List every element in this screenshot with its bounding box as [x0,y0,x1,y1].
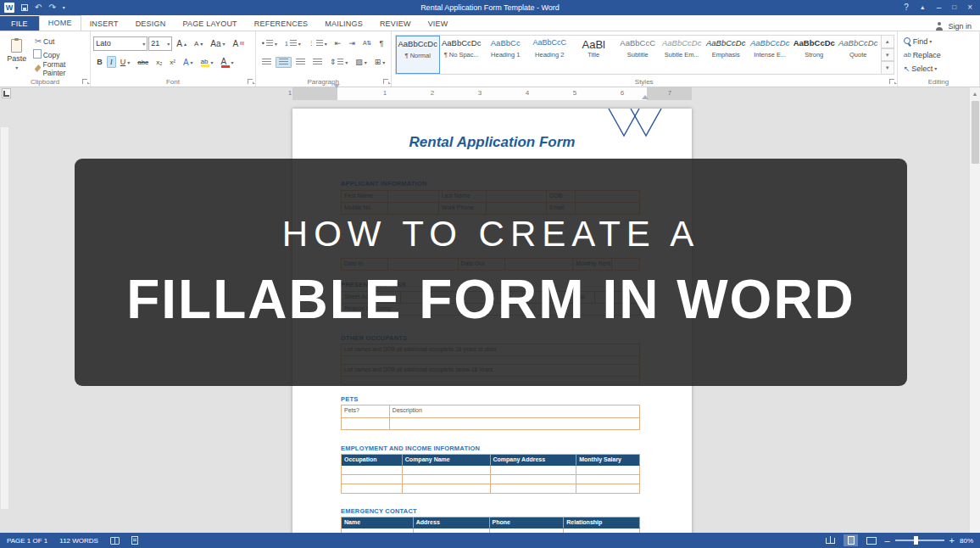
close-icon[interactable]: × [967,3,972,12]
styles-more-icon[interactable]: ▼ [882,61,894,75]
italic-button[interactable]: I [107,56,116,68]
bold-button[interactable]: B [93,56,106,68]
undo-icon[interactable]: ↶ [35,3,42,12]
zoom-in-icon[interactable]: + [949,536,955,545]
increase-indent-button[interactable]: ⇥ [345,37,359,49]
print-layout-button[interactable] [844,534,858,546]
maximize-icon[interactable]: □ [952,3,956,12]
replace-button[interactable]: ab Replace [900,48,977,61]
help-icon[interactable]: ? [904,3,909,12]
underline-button[interactable]: U▾ [117,56,134,68]
style-normal[interactable]: AaBbCcDc ¶ Normal [396,36,440,74]
tab-insert[interactable]: INSERT [81,16,127,31]
decrease-indent-button[interactable]: ⇤ [331,37,345,49]
vertical-scrollbar[interactable]: ▲ [969,87,980,533]
borders-button[interactable]: ⊞▾ [371,56,389,68]
style-strong[interactable]: AaBbCcDc Strong [793,36,837,74]
grow-font-button[interactable]: A▴ [173,37,190,50]
copy-button[interactable]: Copy [31,49,88,61]
change-case-button[interactable]: Aa▾ [207,37,228,50]
style-heading1[interactable]: AaBbCc Heading 1 [484,36,528,74]
style-heading2[interactable]: AaBbCcC Heading 2 [528,36,572,74]
scrollbar-thumb[interactable] [972,101,979,164]
styles-scroll-up-icon[interactable]: ▲ [882,35,894,48]
tab-references[interactable]: REFERENCES [246,16,317,31]
scroll-up-icon[interactable]: ▲ [970,87,980,99]
find-button[interactable]: Find ▾ [900,35,977,48]
field-value-cell[interactable] [576,484,640,494]
employment-table[interactable]: Occupation Company Name Company Address … [341,454,640,494]
field-value-cell[interactable] [390,418,640,430]
show-paragraph-marks-button[interactable]: ¶ [376,37,387,49]
style-intense-emphasis[interactable]: AaBbCcDc Intense E... [749,36,793,74]
format-painter-button[interactable]: Format Painter [31,63,88,75]
cut-button[interactable]: ✂ Cut [31,36,88,48]
emergency-table[interactable]: Name Address Phone Relationship [341,517,640,533]
read-mode-button[interactable] [823,534,838,546]
tab-home[interactable]: HOME [39,15,81,31]
word-count[interactable]: 112 WORDS [59,537,98,545]
web-layout-button[interactable] [864,534,878,546]
tab-review[interactable]: REVIEW [371,16,420,31]
select-button[interactable]: ↖ Select ▾ [900,62,977,75]
numbering-button[interactable]: 1▾ [281,38,304,49]
align-left-button[interactable] [259,57,275,68]
tab-file[interactable]: FILE [0,16,39,31]
style-title[interactable]: AaBl Title [572,36,616,74]
font-size-combobox[interactable]: 21 ▾ [148,36,172,51]
text-effects-button[interactable]: A▾ [180,56,197,69]
ribbon-display-options-icon[interactable]: ▲ [920,3,926,12]
shading-button[interactable]: ▨▾ [352,56,370,68]
multilevel-list-button[interactable]: ⋮▾ [305,38,331,49]
style-quote[interactable]: AaBbCcDc Quote [837,36,881,74]
line-spacing-button[interactable]: ⇕▾ [326,56,352,68]
subscript-button[interactable]: x₂ [153,57,165,68]
field-value-cell[interactable] [491,475,577,484]
tab-view[interactable]: VIEW [420,16,457,31]
style-subtitle[interactable]: AaBbCcC Subtitle [616,36,660,74]
bullets-button[interactable]: •▾ [259,37,281,49]
proofing-errors-icon[interactable] [110,537,120,545]
tab-page-layout[interactable]: PAGE LAYOUT [174,16,245,31]
page-info[interactable]: PAGE 1 OF 1 [7,537,47,545]
tab-design[interactable]: DESIGN [127,16,175,31]
field-value-cell[interactable] [576,466,640,475]
field-value-cell[interactable] [491,484,577,494]
tab-selector[interactable] [2,88,11,98]
align-center-button[interactable] [276,57,292,68]
zoom-slider[interactable] [895,540,944,541]
align-right-button[interactable] [292,57,309,68]
paste-button[interactable]: Paste ▾ [3,34,31,75]
font-color-button[interactable]: A▾ [218,55,237,70]
horizontal-ruler[interactable]: 1 1 2 3 4 5 6 7 [0,87,980,100]
field-value-cell[interactable] [576,475,640,484]
style-emphasis[interactable]: AaBbCcDc Emphasis [704,36,749,74]
zoom-out-icon[interactable]: – [884,536,889,545]
field-value-cell[interactable] [342,466,403,475]
tab-mailings[interactable]: MAILINGS [316,16,371,31]
field-value-cell[interactable] [403,484,491,494]
field-value-cell[interactable] [403,466,491,475]
word-logo-icon[interactable]: W [4,3,14,13]
field-value-cell[interactable] [491,466,577,475]
document-status-icon[interactable] [131,536,138,545]
sort-button[interactable]: A⇅ [359,38,376,48]
sign-in-button[interactable]: Sign in [935,22,980,31]
clear-formatting-button[interactable]: A [230,37,248,50]
redo-icon[interactable]: ↷ [48,3,55,12]
style-subtle-emphasis[interactable]: AaBbCcDc Subtle Em... [660,36,704,74]
zoom-level[interactable]: 80% [960,537,973,545]
save-icon[interactable] [21,4,28,11]
field-value-cell[interactable] [342,418,390,430]
field-value-cell[interactable] [342,475,403,484]
shrink-font-button[interactable]: A▾ [191,38,206,49]
field-value-cell[interactable] [342,484,403,494]
superscript-button[interactable]: x² [166,57,179,68]
field-value-cell[interactable] [403,475,491,484]
qat-customize-icon[interactable]: ▾ [63,3,65,12]
style-no-spacing[interactable]: AaBbCcDc ¶ No Spac... [440,36,484,74]
strikethrough-button[interactable]: abc [134,57,152,68]
right-indent-marker[interactable] [642,95,649,99]
justify-button[interactable] [309,57,326,68]
minimize-icon[interactable]: – [937,3,942,12]
